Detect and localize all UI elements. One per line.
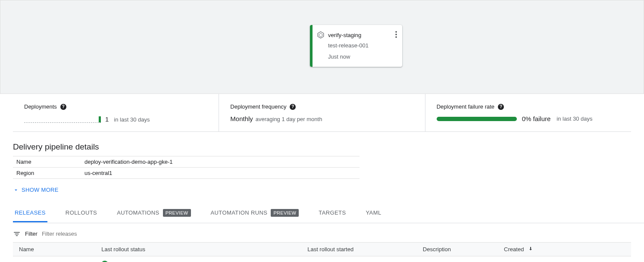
details-heading: Delivery pipeline details <box>13 142 644 152</box>
svg-point-0 <box>395 31 397 32</box>
details-region-label: Region <box>16 170 84 176</box>
failure-rate-bar <box>437 117 517 121</box>
preview-badge: PREVIEW <box>271 209 299 217</box>
th-created[interactable]: Created <box>498 242 606 256</box>
chevron-down-icon <box>13 187 19 193</box>
stat-frequency-value: Monthly <box>230 115 253 122</box>
svg-point-2 <box>395 36 397 37</box>
show-more-button[interactable]: SHOW MORE <box>13 187 59 193</box>
gke-icon <box>317 31 325 39</box>
releases-table: Name Last rollout status Last rollout st… <box>13 242 631 262</box>
filter-icon <box>13 230 21 238</box>
help-icon[interactable]: ? <box>60 104 66 110</box>
tabs-bar: RELEASES ROLLOUTS AUTOMATIONS PREVIEW AU… <box>13 204 644 223</box>
sparkline-track <box>24 117 101 123</box>
cell-created: Sep 20, 2023, 2:03:15 PM <box>498 256 606 262</box>
target-card[interactable]: verify-staging test-release-001 Just now <box>310 25 402 67</box>
stat-deployments: Deployments ? 1 in last 30 days <box>13 94 219 131</box>
stats-row: Deployments ? 1 in last 30 days Deployme… <box>13 94 631 132</box>
tab-automation-runs[interactable]: AUTOMATION RUNS PREVIEW <box>209 204 301 223</box>
success-icon <box>101 261 108 262</box>
row-menu-button[interactable] <box>612 261 617 262</box>
stat-failure-value: 0% failure <box>522 115 551 122</box>
details-region-value: us-central1 <box>84 170 112 176</box>
details-name-label: Name <box>16 159 84 165</box>
tab-releases-label: RELEASES <box>15 209 46 216</box>
tab-releases[interactable]: RELEASES <box>13 204 47 222</box>
help-icon[interactable]: ? <box>498 104 504 110</box>
target-card-title: verify-staging <box>328 32 361 38</box>
stat-failure-suffix: in last 30 days <box>556 115 592 122</box>
th-started[interactable]: Last rollout started <box>301 242 417 256</box>
table-row: test-release-001 Successfully deployed t… <box>13 256 631 262</box>
stat-failure: Deployment failure rate ? 0% failure in … <box>425 94 631 131</box>
tab-automation-runs-label: AUTOMATION RUNS <box>211 209 268 216</box>
th-description[interactable]: Description <box>417 242 498 256</box>
sort-down-icon <box>528 246 533 253</box>
sparkline-bar <box>99 116 101 122</box>
filter-input[interactable] <box>42 231 171 237</box>
preview-badge: PREVIEW <box>163 209 191 217</box>
stat-deployments-value: 1 <box>105 115 109 123</box>
stat-deployments-suffix: in last 30 days <box>114 116 150 123</box>
stat-deployments-title: Deployments <box>24 103 57 110</box>
cell-description <box>417 256 498 262</box>
th-status[interactable]: Last rollout status <box>95 242 301 256</box>
tab-automations[interactable]: AUTOMATIONS PREVIEW <box>115 204 192 223</box>
tab-yaml-label: YAML <box>366 209 381 216</box>
stat-frequency-suffix: averaging 1 day per month <box>256 116 322 122</box>
details-name-value: deploy-verification-demo-app-gke-1 <box>84 159 173 165</box>
target-card-menu-button[interactable] <box>394 29 399 41</box>
stat-failure-title: Deployment failure rate <box>437 103 494 110</box>
show-more-label: SHOW MORE <box>22 187 59 193</box>
filter-label: Filter <box>25 231 38 237</box>
tab-targets[interactable]: TARGETS <box>317 204 347 222</box>
details-table: Name deploy-verification-demo-app-gke-1 … <box>13 156 360 179</box>
cell-started: Sep 20, 2023, 2:03:28 PM <box>301 256 417 262</box>
stat-frequency: Deployment frequency ? Monthly averaging… <box>219 94 425 131</box>
tab-targets-label: TARGETS <box>319 209 346 216</box>
th-created-label: Created <box>504 246 524 253</box>
tab-rollouts-label: ROLLOUTS <box>66 209 97 216</box>
more-vert-icon <box>395 31 397 38</box>
tab-rollouts[interactable]: ROLLOUTS <box>64 204 99 222</box>
tab-automations-label: AUTOMATIONS <box>117 209 159 216</box>
stat-frequency-title: Deployment frequency <box>230 103 286 110</box>
target-card-time: Just now <box>328 53 397 61</box>
tab-yaml[interactable]: YAML <box>364 204 383 222</box>
filter-bar: Filter <box>13 230 631 238</box>
help-icon[interactable]: ? <box>290 104 296 110</box>
th-name[interactable]: Name <box>13 242 95 256</box>
pipeline-canvas: verify-staging test-release-001 Just now <box>0 0 644 94</box>
svg-point-1 <box>395 34 397 35</box>
target-card-release: test-release-001 <box>328 41 397 50</box>
